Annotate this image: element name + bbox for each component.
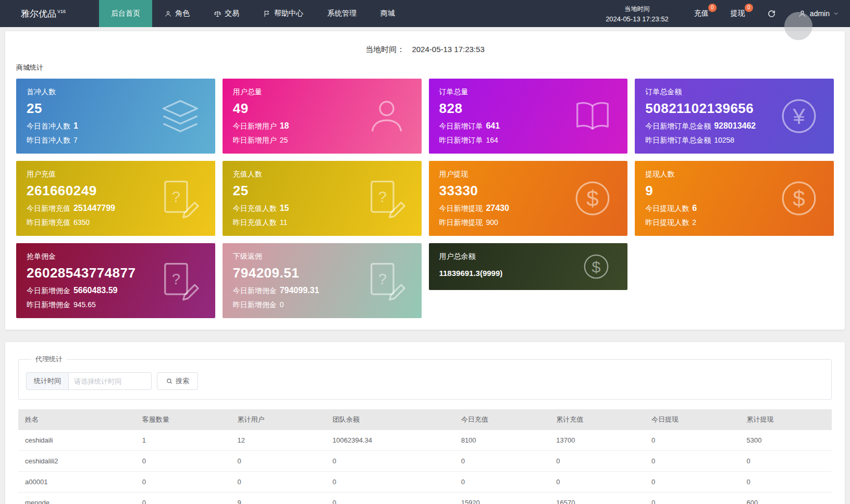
nav-item-4[interactable]: 系统管理 (315, 0, 368, 27)
table-cell: 0 (645, 472, 740, 493)
nav-item-label: 系统管理 (327, 9, 356, 18)
stat-card-yesterday-line: 昨日新增订单 164 (439, 136, 618, 145)
table-cell: 0 (454, 472, 550, 493)
table-cell: 0 (454, 451, 550, 472)
dollar-icon: $ (572, 178, 613, 219)
table-cell: 0 (230, 472, 326, 493)
main-nav: 后台首页角色交易帮助中心系统管理商城 (99, 0, 407, 27)
recharge-button[interactable]: 充值 0 (683, 0, 720, 27)
table-cell: ceshidalili2 (18, 451, 135, 472)
nav-item-label: 角色 (175, 9, 190, 18)
table-cell: 600 (740, 493, 832, 504)
agent-table-body: ceshidaili11210062394.3481001370005300ce… (18, 430, 832, 504)
navbar-right: 当地时间 2024-05-13 17:23:52 充值 0 提现 0 (591, 0, 850, 27)
navbar-local-time-value: 2024-05-13 17:23:52 (606, 14, 669, 24)
table-cell: 0 (645, 430, 740, 451)
user-icon (164, 10, 172, 18)
brand-version: V16 (57, 9, 66, 14)
svg-text:$: $ (587, 186, 599, 211)
table-cell: 10062394.34 (326, 430, 454, 451)
top-navbar: 雅尔优品 V16 后台首页角色交易帮助中心系统管理商城 当地时间 2024-05… (0, 0, 850, 27)
doc-icon: ? (160, 178, 201, 219)
stat-card-yesterday-line: 昨日充值人数 11 (233, 218, 411, 228)
table-cell: 0 (326, 451, 454, 472)
table-header-cell: 客服数量 (135, 409, 231, 430)
dollar-icon: $ (582, 252, 611, 281)
table-cell: 13700 (549, 430, 645, 451)
stat-card-yesterday-line: 昨日新增充值 6350 (27, 218, 205, 228)
table-cell: 5300 (740, 430, 832, 451)
table-row: ceshidaili11210062394.3481001370005300 (18, 430, 832, 451)
withdraw-button[interactable]: 提现 0 (720, 0, 756, 27)
table-cell: 0 (135, 451, 231, 472)
table-cell: 0 (135, 493, 231, 504)
page-local-time-value: 2024-05-13 17:23:53 (412, 45, 484, 54)
recharge-label: 充值 (694, 9, 709, 18)
table-header-cell: 今日提现 (645, 409, 740, 430)
table-row: mengde09015920165700600 (18, 493, 832, 504)
table-cell: 0 (230, 451, 326, 472)
table-cell: mengde (18, 493, 135, 504)
table-cell: 12 (230, 430, 326, 451)
table-cell: 9 (230, 493, 326, 504)
nav-item-1[interactable]: 角色 (152, 0, 202, 27)
brand-logo[interactable]: 雅尔优品 V16 (0, 0, 99, 27)
search-button[interactable]: 搜索 (157, 372, 198, 390)
table-header-cell: 姓名 (18, 409, 135, 430)
search-icon (166, 377, 173, 385)
user-menu[interactable]: admin (787, 0, 850, 27)
agent-panel: 代理统计 统计时间 搜索 姓名客服数量累计用户团队余额今日充值累计充值今日提现累… (5, 342, 845, 504)
table-cell: 1 (135, 430, 231, 451)
stat-card: 订单总金额50821102139656今日新增订单总金额 928013462昨日… (635, 79, 834, 154)
stat-card-yesterday-line: 昨日新增提现 900 (439, 218, 618, 228)
nav-item-0[interactable]: 后台首页 (99, 0, 152, 27)
stat-card: 首冲人数25今日首冲人数 1昨日首冲人数 7 (16, 79, 215, 154)
refresh-button[interactable] (756, 0, 787, 27)
svg-text:?: ? (171, 188, 180, 205)
stat-card-yesterday-line: 昨日首冲人数 7 (27, 136, 205, 145)
table-cell: a00001 (18, 472, 135, 493)
svg-text:$: $ (793, 186, 805, 211)
stat-card: 充值人数25今日充值人数 15昨日充值人数 11? (223, 161, 422, 236)
chevron-down-icon (833, 10, 839, 17)
recharge-badge: 0 (708, 4, 717, 12)
layers-icon (160, 96, 201, 136)
stat-card: 用户总余额11839691.3(9999)$ (429, 243, 628, 290)
doc-icon: ? (366, 260, 407, 301)
table-cell: 0 (645, 493, 740, 504)
stat-card-yesterday-line: 昨日新增用户 25 (233, 136, 411, 145)
nav-item-label: 帮助中心 (274, 9, 303, 18)
svg-text:?: ? (171, 271, 180, 287)
brand-name: 雅尔优品 (21, 8, 56, 20)
table-cell: 16570 (549, 493, 645, 504)
table-cell: 0 (326, 472, 454, 493)
nav-item-label: 交易 (225, 9, 239, 18)
page-local-time-label: 当地时间： (365, 45, 404, 54)
stat-card-yesterday-line: 昨日新增订单总金额 10258 (645, 136, 823, 145)
nav-item-2[interactable]: 交易 (202, 0, 251, 27)
flag-icon (263, 10, 271, 18)
stats-panel: 当地时间： 2024-05-13 17:23:53 商城统计 首冲人数25今日首… (5, 31, 845, 330)
navbar-local-time-label: 当地时间 (606, 4, 669, 14)
stat-card-yesterday-line: 昨日新增佣金 945.65 (27, 300, 205, 310)
table-header-cell: 累计充值 (549, 409, 645, 430)
table-cell: 0 (135, 472, 231, 493)
stat-card-yesterday-line: 昨日提现人数 2 (645, 218, 823, 228)
stat-time-input[interactable] (68, 372, 152, 390)
withdraw-label: 提现 (731, 9, 745, 18)
table-cell: 0 (549, 451, 645, 472)
table-header-cell: 累计提现 (740, 409, 832, 430)
dollar-icon: $ (779, 178, 819, 219)
doc-icon: ? (366, 178, 407, 219)
stat-card-yesterday-line: 昨日新增佣金 0 (233, 300, 411, 310)
nav-item-5[interactable]: 商城 (368, 0, 407, 27)
svg-text:?: ? (378, 271, 386, 287)
agent-stats-legend: 代理统计 (31, 355, 67, 364)
nav-item-3[interactable]: 帮助中心 (251, 0, 315, 27)
svg-text:$: $ (592, 258, 601, 275)
stat-time-group: 统计时间 (26, 372, 152, 390)
username: admin (810, 9, 830, 18)
table-row: a000010000000 (18, 472, 832, 493)
withdraw-badge: 0 (745, 4, 753, 12)
stat-card: 订单总量828今日新增订单 641昨日新增订单 164 (429, 79, 628, 154)
